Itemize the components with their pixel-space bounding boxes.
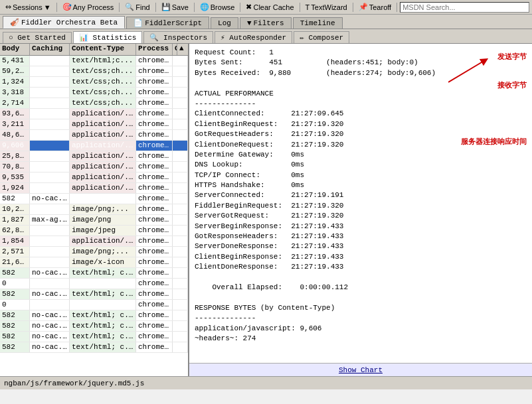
cell-content-type: application/...	[70, 172, 136, 182]
clear-cache-button[interactable]: ✖ Clear Cache	[243, 2, 296, 12]
cell-body: 2,571	[0, 247, 30, 257]
cell-body: 93,637	[0, 109, 30, 119]
right-panel: Request Count: 1 Bytes Sent: 451 (header…	[189, 44, 532, 376]
cell-comm	[173, 66, 188, 76]
tab-fiddlerscript[interactable]: 📄 FiddlerScript	[126, 17, 209, 29]
main-area: Body Caching Content-Type Process Comm ▲…	[0, 44, 532, 376]
cell-content-type: image/png	[70, 215, 136, 225]
cell-caching	[30, 279, 70, 289]
col-scroll-up[interactable]: ▲	[177, 44, 189, 55]
cell-body: 9,535	[0, 172, 30, 182]
save-button[interactable]: 💾 Save	[159, 2, 191, 12]
tearoff-button[interactable]: 📌 Tearoff	[356, 2, 394, 12]
sessions-list: 5,431 text/html;c... chrome... 59,239 te…	[0, 56, 188, 376]
cell-content-type: text/css;ch...	[70, 98, 136, 108]
cell-process: chrome...	[136, 66, 173, 76]
any-process-button[interactable]: 🎯 Any Process	[60, 2, 117, 12]
col-comm[interactable]: Comm	[173, 44, 177, 55]
table-row[interactable]: 62,892 image/jpeg chrome...	[0, 226, 188, 236]
cell-caching: max-ag...	[30, 215, 70, 225]
cell-body: 70,849	[0, 162, 30, 172]
tab-log[interactable]: Log	[211, 17, 238, 29]
cell-comm	[173, 56, 188, 66]
table-row[interactable]: 9,606 application/... chrome...	[0, 141, 188, 151]
table-row[interactable]: 93,637 application/... chrome...	[0, 109, 188, 119]
stats-content[interactable]: Request Count: 1 Bytes Sent: 451 (header…	[189, 44, 532, 363]
table-row[interactable]: 1,854 application/... chrome...	[0, 236, 188, 247]
separator-7	[353, 3, 353, 12]
col-body[interactable]: Body	[0, 44, 30, 55]
find-button[interactable]: 🔍 Find	[122, 2, 152, 12]
table-row[interactable]: 582 no-cac... text/html; c... chrome...	[0, 342, 188, 353]
show-chart-button[interactable]: Show Chart	[189, 363, 532, 376]
sub-tabs-bar: ○ Get Started 📊 Statistics 🔍 Inspectors …	[0, 29, 532, 44]
cell-comm	[173, 162, 188, 172]
cell-caching: no-cac...	[30, 194, 70, 204]
cell-process: chrome...	[136, 342, 173, 352]
cell-body: 582	[0, 321, 30, 331]
subtab-get-started[interactable]: ○ Get Started	[3, 32, 72, 43]
msdn-search-input[interactable]	[400, 2, 529, 13]
cell-caching	[30, 130, 70, 140]
cell-body: 10,207	[0, 204, 30, 214]
dropdown-icon: ▼	[44, 3, 51, 11]
script-icon: 📄	[133, 19, 143, 27]
subtab-autoresponder[interactable]: ⚡ AutoResponder	[215, 31, 292, 43]
toolbar: ⇔ Sessions ▼ 🎯 Any Process 🔍 Find 💾 Save…	[0, 0, 532, 15]
subtab-statistics[interactable]: 📊 Statistics	[73, 31, 143, 43]
tab-fiddler-orchestra[interactable]: 🎻 Fiddler Orchestra Beta	[3, 16, 125, 29]
table-row[interactable]: 2,571 image/png;... chrome...	[0, 247, 188, 257]
table-row[interactable]: 0 chrome...	[0, 300, 188, 310]
cell-content-type: text/css;ch...	[70, 66, 136, 76]
cell-body: 25,870	[0, 151, 30, 161]
table-row[interactable]: 59,239 text/css;ch... chrome...	[0, 66, 188, 77]
cell-comm	[173, 332, 188, 342]
tab-timeline[interactable]: Timeline	[293, 17, 343, 29]
cell-comm	[173, 310, 188, 320]
table-row[interactable]: 582 no-cac... text/html; c... chrome...	[0, 321, 188, 332]
textwizard-button[interactable]: T TextWizard	[303, 3, 350, 12]
table-row[interactable]: 3,318 text/css;ch... chrome...	[0, 88, 188, 98]
cell-caching	[30, 226, 70, 236]
cell-content-type	[70, 279, 136, 289]
table-row[interactable]: 2,714 text/css;ch... chrome...	[0, 98, 188, 109]
subtab-composer[interactable]: ✏ Composer	[294, 31, 349, 43]
cell-body: 582	[0, 332, 30, 342]
cell-content-type: application/...	[70, 151, 136, 161]
table-row[interactable]: 582 no-cac... text/html; c... chrome...	[0, 332, 188, 342]
table-row[interactable]: 582 no-cac... text/html; c... chrome...	[0, 289, 188, 300]
col-caching[interactable]: Caching	[30, 44, 70, 55]
table-row[interactable]: 9,535 application/... chrome...	[0, 172, 188, 183]
table-row[interactable]: 10,207 image/png;... chrome...	[0, 204, 188, 215]
cell-caching	[30, 151, 70, 161]
subtab-inspectors[interactable]: 🔍 Inspectors	[143, 31, 213, 43]
table-row[interactable]: 3,211 application/... chrome...	[0, 119, 188, 130]
browse-button[interactable]: 🌐 Browse	[197, 2, 238, 12]
table-row[interactable]: 582 no-cac... text/html; c... chrome...	[0, 310, 188, 321]
table-row[interactable]: 21,630 image/x-icon chrome...	[0, 257, 188, 268]
table-row[interactable]: 582 no-cac... chrome...	[0, 194, 188, 204]
table-row[interactable]: 70,849 application/... chrome...	[0, 162, 188, 172]
cell-caching	[30, 236, 70, 246]
col-process[interactable]: Process	[136, 44, 173, 55]
cell-caching	[30, 66, 70, 76]
table-row[interactable]: 1,827 max-ag... image/png chrome...	[0, 215, 188, 226]
col-content-type[interactable]: Content-Type	[70, 44, 136, 55]
table-row[interactable]: 1,924 application/... chrome...	[0, 183, 188, 194]
table-row[interactable]: 0 chrome...	[0, 279, 188, 289]
cell-content-type: application/...	[70, 236, 136, 246]
sessions-button[interactable]: ⇔ Sessions ▼	[3, 2, 54, 12]
cell-comm	[173, 321, 188, 331]
cell-body: 582	[0, 342, 30, 352]
cell-caching	[30, 257, 70, 267]
table-row[interactable]: 582 no-cac... text/html; c... chrome...	[0, 268, 188, 279]
table-row[interactable]: 1,324 text/css;ch... chrome...	[0, 77, 188, 88]
table-row[interactable]: 25,870 application/... chrome...	[0, 151, 188, 162]
tab-filters[interactable]: ▼ Filters	[240, 17, 292, 29]
table-row[interactable]: 48,661 application/... chrome...	[0, 130, 188, 141]
cell-comm	[173, 300, 188, 310]
table-row[interactable]: 5,431 text/html;c... chrome...	[0, 56, 188, 66]
cell-comm	[173, 183, 188, 193]
cell-body: 3,318	[0, 88, 30, 98]
cell-comm	[173, 289, 188, 299]
